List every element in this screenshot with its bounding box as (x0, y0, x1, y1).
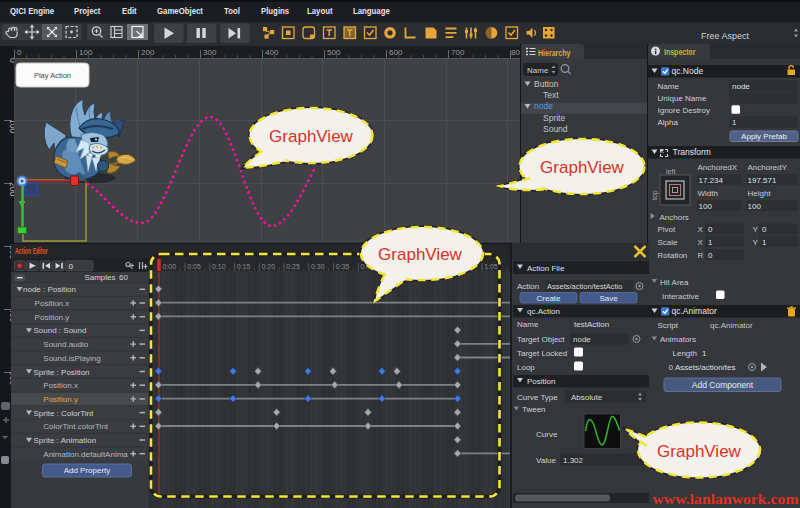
svg-text:GraphView: GraphView (657, 442, 742, 461)
svg-text:GraphView: GraphView (378, 245, 463, 264)
svg-text:www.lanlanwork.com: www.lanlanwork.com (653, 491, 800, 507)
svg-text:GraphView: GraphView (540, 158, 625, 177)
svg-text:GraphView: GraphView (269, 127, 354, 146)
